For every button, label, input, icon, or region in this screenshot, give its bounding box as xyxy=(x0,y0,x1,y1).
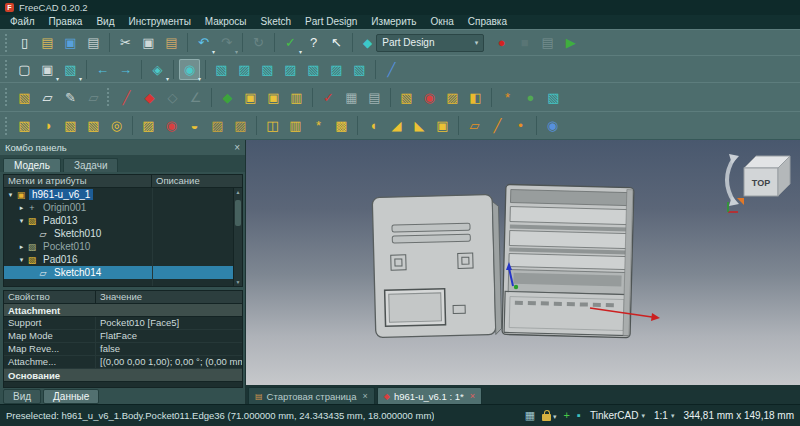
scrollbar-thumb[interactable] xyxy=(235,200,241,226)
stop-macro-icon[interactable]: ■ xyxy=(514,32,535,53)
tree-scrollbar[interactable]: ▲ ▼ xyxy=(233,188,242,286)
boolean-operation-icon[interactable]: ◉ xyxy=(542,115,563,136)
property-row[interactable]: Map ModeFlatFace xyxy=(4,330,242,343)
zoom-dropdown[interactable]: 1:1 ▾ xyxy=(654,410,674,421)
create-body-icon[interactable]: ▧ xyxy=(14,87,35,108)
tree-item[interactable]: ▸▨Pocket010 xyxy=(4,240,242,253)
thickness-icon[interactable]: ▣ xyxy=(432,115,453,136)
additive-pipe-icon[interactable]: ▧ xyxy=(83,115,104,136)
fit-all-icon[interactable]: ▢ xyxy=(14,59,35,80)
document-tab[interactable]: ◆h961-u_v6.1 : 1*× xyxy=(377,387,482,404)
hole-icon[interactable]: ◉ xyxy=(161,115,182,136)
expander-open-icon[interactable]: ▾ xyxy=(17,256,26,264)
additive-helix-icon[interactable]: ◎ xyxy=(106,115,127,136)
tree-item[interactable]: ▱Sketch010 xyxy=(4,227,242,240)
mirror-icon[interactable]: ◫ xyxy=(262,115,283,136)
undo-icon[interactable]: ↶▾ xyxy=(193,32,214,53)
expander-open-icon[interactable]: ▾ xyxy=(17,217,26,225)
menu-item[interactable]: Файл xyxy=(3,15,42,29)
view-right-icon[interactable]: ▨ xyxy=(280,59,301,80)
copy-icon[interactable]: ▣ xyxy=(138,32,159,53)
validate-sketch-icon[interactable]: ✓ xyxy=(318,87,339,108)
panel-slot[interactable] xyxy=(392,223,470,232)
redo-icon[interactable]: ↷▾ xyxy=(216,32,237,53)
menu-item[interactable]: Окна xyxy=(424,15,461,29)
model-case-body[interactable] xyxy=(502,184,634,337)
multitransform-icon[interactable]: ▩ xyxy=(331,115,352,136)
navigation-style-dropdown[interactable]: TinkerCAD ▾ xyxy=(590,410,645,421)
macros-dialog-icon[interactable]: ▤ xyxy=(537,32,558,53)
rotate-left-arrow-icon[interactable] xyxy=(727,158,734,202)
cut-icon[interactable]: ✂ xyxy=(115,32,136,53)
select-icon[interactable]: ↖ xyxy=(326,32,347,53)
property-group[interactable]: Attachment xyxy=(4,304,242,317)
tab-model[interactable]: Модель xyxy=(3,158,61,172)
property-group[interactable]: Основание xyxy=(4,369,242,382)
random-color-icon[interactable]: ● xyxy=(520,87,541,108)
property-row[interactable]: Attachme...[(0,00 0,00 1,00); 0,00 °; (0… xyxy=(4,356,242,369)
linear-pattern-icon[interactable]: ▥ xyxy=(285,115,306,136)
rotate-view-icon[interactable]: ◈▾ xyxy=(147,59,168,80)
selection-check-icon[interactable]: ✓▾ xyxy=(280,32,301,53)
view-rear-icon[interactable]: ▧ xyxy=(303,59,324,80)
pocket-icon[interactable]: ▨ xyxy=(138,115,159,136)
part-section-icon[interactable]: ◧ xyxy=(465,87,486,108)
datum-line-icon[interactable]: ╱ xyxy=(487,115,508,136)
shape-binder-icon[interactable]: ▣ xyxy=(263,87,284,108)
grid-icon[interactable]: ▦ xyxy=(525,410,535,421)
view-left-icon[interactable]: ▧ xyxy=(349,59,370,80)
refresh-icon[interactable]: ↻ xyxy=(248,32,269,53)
sketch-line-icon[interactable]: ╱ xyxy=(116,87,137,108)
edit-sketch-icon[interactable]: ✎ xyxy=(60,87,81,108)
menu-item[interactable]: Правка xyxy=(42,15,90,29)
close-tab-icon[interactable]: × xyxy=(470,391,475,401)
fillet-icon[interactable]: ◖ xyxy=(363,115,384,136)
groove-icon[interactable]: ◒ xyxy=(184,115,205,136)
print-icon[interactable]: ▤ xyxy=(83,32,104,53)
subtractive-pipe-icon[interactable]: ▨ xyxy=(230,115,251,136)
case-louver[interactable] xyxy=(509,254,627,270)
property-row[interactable]: Map Reve...false xyxy=(4,343,242,356)
tree-item[interactable]: ▱Sketch014 xyxy=(4,266,242,279)
create-sketch-icon[interactable]: ▱ xyxy=(37,87,58,108)
workbench-selector[interactable]: ◆ Part Design ▾ xyxy=(363,34,484,52)
execute-macro-icon[interactable]: ▶ xyxy=(560,32,581,53)
tab-tasks[interactable]: Задачи xyxy=(63,158,119,172)
new-document-icon[interactable]: ▯ xyxy=(14,32,35,53)
paste-icon[interactable]: ▤ xyxy=(161,32,182,53)
navigation-cube[interactable]: TOP xyxy=(727,154,790,212)
revolution-icon[interactable]: ◑ xyxy=(37,115,58,136)
viewport-3d[interactable]: TOP xyxy=(246,140,800,385)
navcube-face-label[interactable]: TOP xyxy=(752,178,770,188)
whatsthis-icon[interactable]: ? xyxy=(303,32,324,53)
subtractive-loft-icon[interactable]: ▨ xyxy=(207,115,228,136)
tab-view[interactable]: Вид xyxy=(3,389,41,404)
lock-icon[interactable]: ▾ xyxy=(542,411,557,421)
sketch-point-icon[interactable]: ◆ xyxy=(139,87,160,108)
expander-open-icon[interactable]: ▾ xyxy=(6,191,15,199)
model-front-panel[interactable] xyxy=(372,194,502,337)
workbench-cube-icon[interactable]: ▧ xyxy=(543,87,564,108)
document-tab[interactable]: ▤Стартовая страница× xyxy=(248,387,375,404)
tree-item[interactable]: ▾▣h961-u_v6_1 xyxy=(4,188,242,201)
workbench-dropdown[interactable]: Part Design ▾ xyxy=(376,34,484,52)
expander-closed-icon[interactable]: ▸ xyxy=(17,243,26,251)
open-document-icon[interactable]: ▤ xyxy=(37,32,58,53)
case-louver[interactable] xyxy=(510,207,628,225)
close-icon[interactable]: × xyxy=(234,143,240,153)
record-macro-icon[interactable]: ● xyxy=(491,32,512,53)
chamfer-icon[interactable]: ◢ xyxy=(386,115,407,136)
tree-item[interactable]: ▾▧Pad013 xyxy=(4,214,242,227)
part-tools-icon[interactable]: ▧ xyxy=(396,87,417,108)
menu-item[interactable]: Инструменты xyxy=(121,15,197,29)
appearance-icon[interactable]: * xyxy=(497,87,518,108)
menu-item[interactable]: Вид xyxy=(89,15,121,29)
view-bottom-icon[interactable]: ▨ xyxy=(326,59,347,80)
view-top-icon[interactable]: ▧ xyxy=(257,59,278,80)
merge-sketches-icon[interactable]: ▦ xyxy=(341,87,362,108)
carbon-copy-icon[interactable]: ▣ xyxy=(240,87,261,108)
property-row[interactable]: SupportPocket010 [Face5] xyxy=(4,317,242,330)
external-geometry-icon[interactable]: ◆ xyxy=(217,87,238,108)
tab-data[interactable]: Данные xyxy=(43,389,99,404)
tree-item[interactable]: ▸+Origin001 xyxy=(4,201,242,214)
